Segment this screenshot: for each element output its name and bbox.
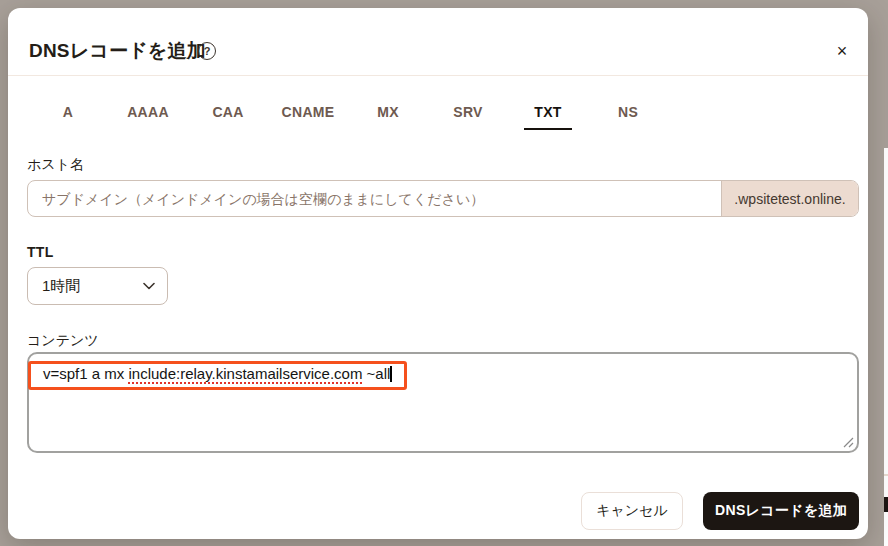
help-icon[interactable]: ? (198, 42, 216, 60)
text-caret (390, 366, 392, 382)
domain-suffix-addon: .wpsitetest.online. (721, 181, 858, 216)
cancel-button[interactable]: キャンセル (581, 492, 683, 530)
resize-handle-icon[interactable] (843, 437, 854, 448)
hostname-input[interactable] (28, 181, 721, 216)
record-type-tabs: A AAAA CAA CNAME MX SRV TXT NS (28, 92, 668, 132)
tab-a[interactable]: A (28, 92, 108, 132)
hostname-label: ホスト名 (27, 156, 84, 174)
content-value: v=spf1 a mx include:relay.kinstamailserv… (43, 364, 843, 384)
close-button[interactable]: × (826, 35, 858, 67)
header-divider (8, 75, 868, 76)
tab-cname[interactable]: CNAME (268, 92, 348, 132)
add-dns-record-button[interactable]: DNSレコードを追加 (703, 492, 859, 530)
tab-mx[interactable]: MX (348, 92, 428, 132)
tab-srv[interactable]: SRV (428, 92, 508, 132)
close-icon: × (837, 41, 848, 62)
dialog-header: DNSレコードを追加 ? × (8, 8, 868, 75)
content-label: コンテンツ (27, 332, 99, 350)
hostname-input-group: .wpsitetest.online. (27, 180, 859, 217)
tab-caa[interactable]: CAA (188, 92, 268, 132)
content-value-spellchecked: include:relay.kinstamailservice.com (128, 365, 362, 382)
ttl-select[interactable]: 1時間 (27, 267, 168, 305)
dialog-footer: キャンセル DNSレコードを追加 (581, 492, 859, 530)
tab-txt[interactable]: TXT (508, 92, 588, 132)
dialog-title: DNSレコードを追加 (29, 38, 206, 64)
add-dns-record-dialog: DNSレコードを追加 ? × A AAAA CAA CNAME MX SRV T… (8, 8, 868, 539)
content-value-prefix: v=spf1 a mx (43, 365, 128, 382)
content-value-suffix: ~all (362, 365, 390, 382)
tab-ns[interactable]: NS (588, 92, 668, 132)
tab-aaaa[interactable]: AAAA (108, 92, 188, 132)
ttl-selected-value: 1時間 (42, 277, 143, 296)
ttl-label: TTL (27, 244, 54, 260)
content-textarea[interactable]: v=spf1 a mx include:relay.kinstamailserv… (27, 352, 859, 453)
underlying-page-divider (884, 474, 888, 476)
chevron-down-icon (143, 282, 155, 290)
underlying-page-edge (884, 148, 888, 546)
underlying-page-button-fragment (884, 497, 888, 512)
